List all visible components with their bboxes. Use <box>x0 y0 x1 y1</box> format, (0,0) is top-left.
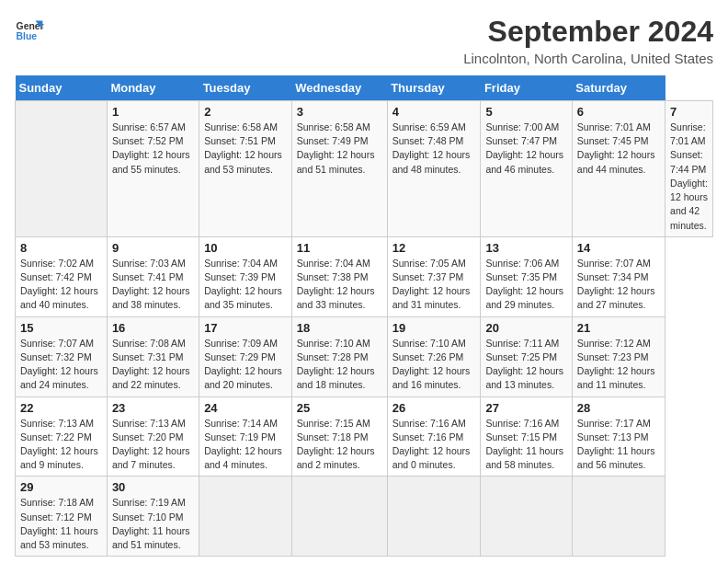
day-info: Sunrise: 7:05 AMSunset: 7:37 PMDaylight:… <box>392 257 476 313</box>
calendar-cell: 7Sunrise: 7:01 AMSunset: 7:44 PMDaylight… <box>665 101 713 237</box>
day-number: 21 <box>577 321 660 335</box>
calendar-cell <box>291 477 387 557</box>
day-number: 19 <box>392 321 476 335</box>
day-info: Sunrise: 7:16 AMSunset: 7:15 PMDaylight:… <box>485 417 566 473</box>
day-number: 12 <box>392 241 476 255</box>
day-info: Sunrise: 7:19 AMSunset: 7:10 PMDaylight:… <box>112 496 194 552</box>
calendar-cell: 18Sunrise: 7:10 AMSunset: 7:28 PMDayligh… <box>291 316 387 396</box>
day-info: Sunrise: 7:15 AMSunset: 7:18 PMDaylight:… <box>297 417 382 473</box>
calendar-cell: 1Sunrise: 6:57 AMSunset: 7:52 PMDaylight… <box>107 101 199 237</box>
day-info: Sunrise: 7:14 AMSunset: 7:19 PMDaylight:… <box>204 417 287 473</box>
calendar-cell: 3Sunrise: 6:58 AMSunset: 7:49 PMDaylight… <box>291 101 387 237</box>
day-info: Sunrise: 7:01 AMSunset: 7:45 PMDaylight:… <box>577 121 660 177</box>
day-info: Sunrise: 7:10 AMSunset: 7:26 PMDaylight:… <box>392 337 476 393</box>
day-info: Sunrise: 7:13 AMSunset: 7:20 PMDaylight:… <box>112 417 194 473</box>
day-number: 17 <box>204 321 287 335</box>
day-info: Sunrise: 6:59 AMSunset: 7:48 PMDaylight:… <box>392 121 476 177</box>
day-info: Sunrise: 7:17 AMSunset: 7:13 PMDaylight:… <box>577 417 660 473</box>
calendar-cell: 6Sunrise: 7:01 AMSunset: 7:45 PMDaylight… <box>572 101 665 237</box>
title-area: September 2024 Lincolnton, North Carolin… <box>463 15 713 66</box>
day-number: 6 <box>577 105 660 119</box>
day-number: 10 <box>204 241 287 255</box>
day-number: 3 <box>297 105 382 119</box>
day-info: Sunrise: 7:11 AMSunset: 7:25 PMDaylight:… <box>485 337 566 393</box>
day-info: Sunrise: 7:16 AMSunset: 7:16 PMDaylight:… <box>392 417 476 473</box>
calendar-cell: 4Sunrise: 6:59 AMSunset: 7:48 PMDaylight… <box>387 101 481 237</box>
calendar-cell: 20Sunrise: 7:11 AMSunset: 7:25 PMDayligh… <box>481 316 572 396</box>
calendar-cell: 26Sunrise: 7:16 AMSunset: 7:16 PMDayligh… <box>387 396 481 477</box>
day-number: 7 <box>670 105 708 119</box>
day-number: 23 <box>112 401 194 415</box>
day-info: Sunrise: 7:06 AMSunset: 7:35 PMDaylight:… <box>485 257 566 313</box>
svg-text:Blue: Blue <box>17 31 38 41</box>
logo: General Blue <box>15 15 44 44</box>
day-info: Sunrise: 7:13 AMSunset: 7:22 PMDaylight:… <box>20 417 102 473</box>
calendar-week-5: 29Sunrise: 7:18 AMSunset: 7:12 PMDayligh… <box>16 477 713 557</box>
calendar-cell: 5Sunrise: 7:00 AMSunset: 7:47 PMDaylight… <box>481 101 572 237</box>
day-info: Sunrise: 7:00 AMSunset: 7:47 PMDaylight:… <box>485 121 566 177</box>
calendar-cell: 15Sunrise: 7:07 AMSunset: 7:32 PMDayligh… <box>16 316 108 396</box>
page-header: General Blue September 2024 Lincolnton, … <box>15 15 713 66</box>
day-info: Sunrise: 7:04 AMSunset: 7:38 PMDaylight:… <box>297 257 382 313</box>
calendar-cell: 12Sunrise: 7:05 AMSunset: 7:37 PMDayligh… <box>387 236 481 316</box>
day-header-friday: Friday <box>481 75 572 101</box>
day-number: 2 <box>204 105 287 119</box>
day-info: Sunrise: 6:58 AMSunset: 7:49 PMDaylight:… <box>297 121 382 177</box>
calendar-cell: 29Sunrise: 7:18 AMSunset: 7:12 PMDayligh… <box>16 477 108 557</box>
day-number: 26 <box>392 401 476 415</box>
calendar-cell <box>572 477 665 557</box>
calendar-cell: 16Sunrise: 7:08 AMSunset: 7:31 PMDayligh… <box>107 316 199 396</box>
day-number: 5 <box>485 105 566 119</box>
calendar-cell: 22Sunrise: 7:13 AMSunset: 7:22 PMDayligh… <box>16 396 108 477</box>
day-info: Sunrise: 7:02 AMSunset: 7:42 PMDaylight:… <box>20 257 102 313</box>
day-number: 25 <box>297 401 382 415</box>
day-number: 29 <box>20 480 102 494</box>
day-number: 11 <box>297 241 382 255</box>
logo-icon: General Blue <box>15 15 44 44</box>
day-info: Sunrise: 6:58 AMSunset: 7:51 PMDaylight:… <box>204 121 287 177</box>
calendar-cell: 30Sunrise: 7:19 AMSunset: 7:10 PMDayligh… <box>107 477 199 557</box>
calendar-cell: 9Sunrise: 7:03 AMSunset: 7:41 PMDaylight… <box>107 236 199 316</box>
day-header-saturday: Saturday <box>572 75 665 101</box>
calendar-cell <box>481 477 572 557</box>
calendar-cell: 28Sunrise: 7:17 AMSunset: 7:13 PMDayligh… <box>572 396 665 477</box>
calendar-cell: 23Sunrise: 7:13 AMSunset: 7:20 PMDayligh… <box>107 396 199 477</box>
calendar-cell: 27Sunrise: 7:16 AMSunset: 7:15 PMDayligh… <box>481 396 572 477</box>
calendar-week-2: 8Sunrise: 7:02 AMSunset: 7:42 PMDaylight… <box>16 236 713 316</box>
day-number: 9 <box>112 241 194 255</box>
calendar-cell: 21Sunrise: 7:12 AMSunset: 7:23 PMDayligh… <box>572 316 665 396</box>
calendar-cell: 14Sunrise: 7:07 AMSunset: 7:34 PMDayligh… <box>572 236 665 316</box>
calendar-cell: 19Sunrise: 7:10 AMSunset: 7:26 PMDayligh… <box>387 316 481 396</box>
day-number: 15 <box>20 321 102 335</box>
calendar-cell: 17Sunrise: 7:09 AMSunset: 7:29 PMDayligh… <box>199 316 292 396</box>
calendar-header-row: SundayMondayTuesdayWednesdayThursdayFrid… <box>16 75 713 101</box>
day-info: Sunrise: 7:08 AMSunset: 7:31 PMDaylight:… <box>112 337 194 393</box>
day-header-wednesday: Wednesday <box>291 75 387 101</box>
calendar-cell <box>387 477 481 557</box>
day-number: 8 <box>20 241 102 255</box>
calendar-week-1: 1Sunrise: 6:57 AMSunset: 7:52 PMDaylight… <box>16 101 713 237</box>
day-header-tuesday: Tuesday <box>199 75 292 101</box>
day-info: Sunrise: 7:12 AMSunset: 7:23 PMDaylight:… <box>577 337 660 393</box>
calendar-cell: 10Sunrise: 7:04 AMSunset: 7:39 PMDayligh… <box>199 236 292 316</box>
calendar-cell <box>199 477 292 557</box>
day-number: 1 <box>112 105 194 119</box>
day-number: 24 <box>204 401 287 415</box>
day-number: 4 <box>392 105 476 119</box>
day-header-thursday: Thursday <box>387 75 481 101</box>
page-title: September 2024 <box>463 15 713 49</box>
day-header-monday: Monday <box>107 75 199 101</box>
calendar-cell <box>16 101 108 237</box>
day-number: 27 <box>485 401 566 415</box>
page-subtitle: Lincolnton, North Carolina, United State… <box>463 51 713 66</box>
day-info: Sunrise: 7:07 AMSunset: 7:32 PMDaylight:… <box>20 337 102 393</box>
day-number: 18 <box>297 321 382 335</box>
day-info: Sunrise: 7:04 AMSunset: 7:39 PMDaylight:… <box>204 257 287 313</box>
calendar-week-4: 22Sunrise: 7:13 AMSunset: 7:22 PMDayligh… <box>16 396 713 477</box>
day-info: Sunrise: 7:10 AMSunset: 7:28 PMDaylight:… <box>297 337 382 393</box>
day-info: Sunrise: 7:07 AMSunset: 7:34 PMDaylight:… <box>577 257 660 313</box>
day-number: 13 <box>485 241 566 255</box>
day-number: 14 <box>577 241 660 255</box>
day-header-sunday: Sunday <box>16 75 108 101</box>
day-info: Sunrise: 7:03 AMSunset: 7:41 PMDaylight:… <box>112 257 194 313</box>
